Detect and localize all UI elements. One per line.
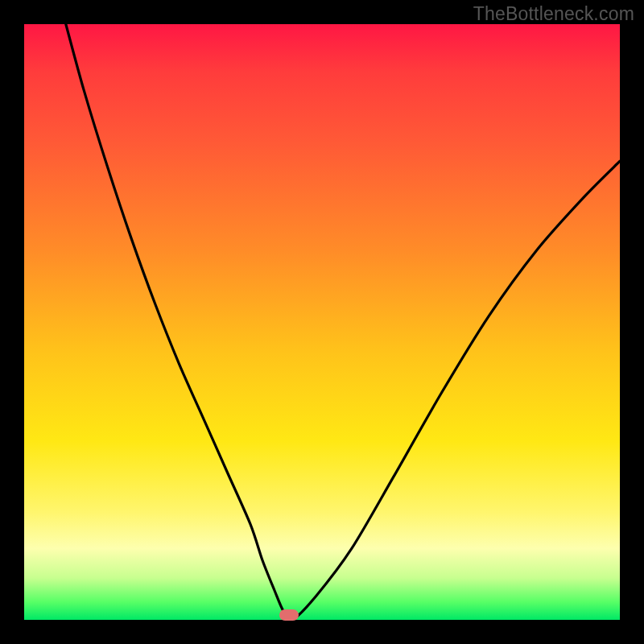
bottleneck-curve xyxy=(66,24,620,620)
optimal-point-marker xyxy=(279,609,299,621)
curve-svg xyxy=(24,24,620,620)
watermark-text: TheBottleneck.com xyxy=(473,3,634,25)
chart-container: TheBottleneck.com xyxy=(0,0,644,644)
plot-area xyxy=(24,24,620,620)
